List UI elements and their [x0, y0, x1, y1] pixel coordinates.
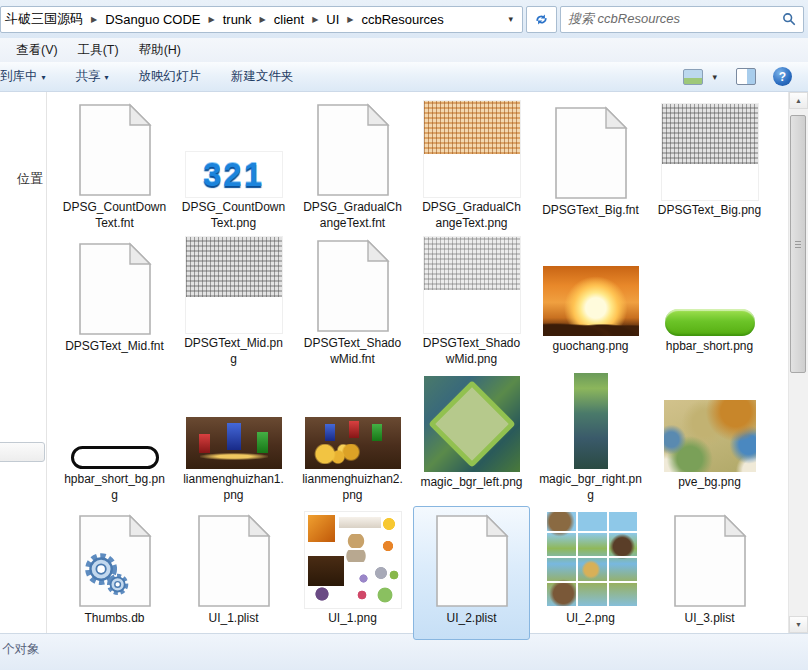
file-item-DPSG_GradualChangeText.png[interactable]: DPSG_GradualChangeText.png	[413, 98, 530, 232]
file-item-UI_2.png[interactable]: UI_2.png	[532, 506, 649, 640]
file-thumbnail-area	[60, 101, 170, 197]
file-item-DPSGText_ShadowMid.png[interactable]: DPSGText_ShadowMid.png	[413, 234, 530, 368]
toolbar-button[interactable]: 到库中▾	[0, 68, 46, 85]
sidebar-partial-item[interactable]	[0, 442, 45, 462]
file-item-Thumbs.db[interactable]: Thumbs.db	[56, 506, 173, 640]
file-name: DPSGText_Big.fnt	[537, 200, 644, 219]
file-item-DPSGText_Big.fnt[interactable]: DPSGText_Big.fnt	[532, 98, 649, 232]
file-item-hpbar_short_bg.png[interactable]: hpbar_short_bg.png	[56, 370, 173, 504]
file-item-DPSGText_Mid.png[interactable]: DPSGText_Mid.png	[175, 234, 292, 368]
file-item-DPSGText_Mid.fnt[interactable]: DPSGText_Mid.fnt	[56, 234, 173, 368]
file-name: UI_1.plist	[203, 608, 263, 627]
file-item-magic_bgr_left.png[interactable]: magic_bgr_left.png	[413, 370, 530, 504]
file-name: lianmenghuizhan2.png	[296, 469, 410, 503]
file-thumbnail	[543, 266, 639, 336]
file-thumbnail	[186, 417, 282, 469]
file-thumbnail	[673, 514, 747, 608]
breadcrumb-item[interactable]: client	[270, 12, 308, 27]
file-thumbnail	[78, 103, 152, 197]
file-name: DPSGText_Big.png	[653, 200, 766, 219]
file-thumbnail-area	[417, 373, 527, 472]
texture-fill	[662, 104, 758, 164]
file-thumbnail-area	[298, 237, 408, 333]
file-item-DPSGText_Big.png[interactable]: DPSGText_Big.png	[651, 98, 768, 232]
file-thumbnail-area	[298, 509, 408, 608]
scroll-down-icon[interactable]: ▼	[789, 616, 808, 633]
breadcrumb-separator: ▶	[205, 15, 219, 24]
toolbar-button[interactable]: 共享▾	[76, 68, 109, 85]
scrollbar-thumb[interactable]	[790, 115, 806, 373]
toolbar-button[interactable]: 放映幻灯片	[139, 68, 202, 85]
search-icon[interactable]	[782, 12, 796, 26]
file-thumbnail	[435, 514, 509, 608]
file-item-magic_bgr_right.png[interactable]: magic_bgr_right.png	[532, 370, 649, 504]
breadcrumb-item[interactable]: DSanguo CODE	[101, 12, 204, 27]
file-name: magic_bgr_right.png	[534, 469, 648, 503]
file-thumbnail-area	[536, 509, 646, 608]
file-item-pve_bg.png[interactable]: pve_bg.png	[651, 370, 768, 504]
refresh-icon	[534, 12, 549, 27]
file-name: pve_bg.png	[673, 472, 746, 491]
file-item-hpbar_short.png[interactable]: hpbar_short.png	[651, 234, 768, 368]
banner-shape	[372, 424, 382, 441]
menu-item[interactable]: 工具(T)	[68, 38, 129, 62]
preview-pane-icon[interactable]	[736, 68, 756, 85]
breadcrumb[interactable]: 斗破三国源码▶DSanguo CODE▶trunk▶client▶UI▶ccbR…	[0, 6, 523, 33]
search-input[interactable]: 搜索 ccbResources	[560, 6, 804, 33]
file-thumbnail-area	[60, 373, 170, 469]
refresh-button[interactable]	[526, 6, 557, 33]
file-name: magic_bgr_left.png	[415, 472, 527, 491]
file-item-DPSG_GradualChangeText.fnt[interactable]: DPSG_GradualChangeText.fnt	[294, 98, 411, 232]
breadcrumb-item[interactable]: ccbResources	[357, 12, 447, 27]
breadcrumb-item[interactable]: UI	[322, 12, 343, 27]
file-item-DPSGText_ShadowMid.fnt[interactable]: DPSGText_ShadowMid.fnt	[294, 234, 411, 368]
breadcrumb-item[interactable]: 斗破三国源码	[1, 10, 87, 28]
explorer-window: 斗破三国源码▶DSanguo CODE▶trunk▶client▶UI▶ccbR…	[0, 0, 808, 670]
file-thumbnail-area	[536, 237, 646, 336]
breadcrumb-item[interactable]: trunk	[219, 12, 256, 27]
file-name: DPSGText_Mid.png	[177, 333, 291, 367]
texture-fill	[424, 101, 520, 154]
file-name: UI_2.png	[561, 608, 620, 627]
file-thumbnail	[665, 309, 755, 336]
file-name: hpbar_short_bg.png	[58, 469, 172, 503]
file-thumbnail	[78, 514, 152, 608]
file-item-UI_3.plist[interactable]: UI_3.plist	[651, 506, 768, 640]
banner-shape	[199, 434, 210, 453]
file-thumbnail-area	[60, 509, 170, 608]
vertical-scrollbar[interactable]: ▲ ▼	[788, 92, 808, 633]
menu-bar: 查看(V)工具(T)帮助(H)	[0, 38, 808, 62]
file-name: UI_1.png	[323, 608, 382, 627]
breadcrumb-dropdown-icon[interactable]: ▾	[499, 14, 522, 24]
file-item-DPSG_CountDownText.png[interactable]: 321DPSG_CountDownText.png	[175, 98, 292, 232]
status-object-count: 个对象	[2, 642, 40, 656]
file-item-lianmenghuizhan2.png[interactable]: lianmenghuizhan2.png	[294, 370, 411, 504]
file-thumbnail	[316, 103, 390, 197]
file-item-UI_1.plist[interactable]: UI_1.plist	[175, 506, 292, 640]
file-thumbnail	[574, 373, 608, 469]
gold-pile-shape	[312, 444, 364, 464]
file-thumbnail-area	[179, 373, 289, 469]
file-item-guochang.png[interactable]: guochang.png	[532, 234, 649, 368]
file-item-UI_2.plist[interactable]: UI_2.plist	[413, 506, 530, 640]
change-view-dropdown-icon[interactable]: ▾	[712, 72, 717, 82]
help-icon[interactable]: ?	[773, 67, 792, 86]
toolbar-button[interactable]: 新建文件夹	[231, 68, 294, 85]
toolbar-right: ▾ ?	[683, 67, 808, 86]
file-name: DPSG_CountDownText.fnt	[58, 197, 172, 231]
file-name: guochang.png	[547, 336, 633, 355]
file-grid: DPSG_CountDownText.fnt321DPSG_CountDownT…	[47, 92, 808, 642]
banner-shape	[257, 432, 268, 453]
file-thumbnail	[305, 512, 401, 608]
file-name: DPSG_CountDownText.png	[177, 197, 291, 231]
file-item-UI_1.png[interactable]: UI_1.png	[294, 506, 411, 640]
file-item-DPSG_CountDownText.fnt[interactable]: DPSG_CountDownText.fnt	[56, 98, 173, 232]
file-thumbnail	[316, 239, 390, 333]
menu-item[interactable]: 查看(V)	[6, 38, 68, 62]
change-view-icon[interactable]	[683, 69, 703, 85]
file-item-lianmenghuizhan1.png[interactable]: lianmenghuizhan1.png	[175, 370, 292, 504]
menu-item[interactable]: 帮助(H)	[129, 38, 191, 62]
file-thumbnail-area	[655, 237, 765, 336]
file-name: DPSG_GradualChangeText.png	[415, 197, 529, 231]
scroll-up-icon[interactable]: ▲	[789, 92, 808, 109]
